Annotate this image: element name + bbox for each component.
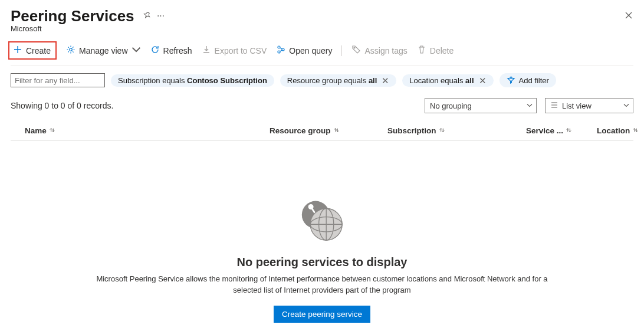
- open-query-button[interactable]: Open query: [276, 45, 332, 56]
- filter-pill-resource-group[interactable]: Resource group equals all ✕: [280, 74, 397, 87]
- assign-tags-button: Assign tags: [351, 45, 407, 56]
- trash-icon: [417, 45, 426, 56]
- column-subscription[interactable]: Subscription: [387, 126, 526, 135]
- grouping-select[interactable]: No grouping: [425, 98, 537, 113]
- list-icon: [550, 101, 558, 111]
- empty-title: No peering services to display: [11, 255, 633, 269]
- chevron-down-icon: [132, 45, 141, 56]
- svg-point-4: [354, 47, 355, 48]
- sort-icon: [632, 126, 639, 135]
- sort-icon: [439, 126, 445, 135]
- filter-pill-subscription[interactable]: Subscription equals Contoso Subscription: [111, 74, 274, 87]
- gear-icon: [66, 45, 75, 56]
- table-header: Name Resource group Subscription Service…: [11, 122, 633, 140]
- plus-icon: [13, 45, 22, 56]
- create-button[interactable]: Create: [8, 41, 57, 60]
- svg-point-0: [70, 48, 73, 51]
- filter-pill-location[interactable]: Location equals all ✕: [402, 74, 493, 87]
- toolbar: Create Manage view Refresh Export to CSV: [11, 41, 633, 66]
- svg-point-2: [282, 48, 284, 51]
- toolbar-divider: [341, 45, 342, 56]
- view-select[interactable]: List view: [545, 98, 633, 113]
- remove-filter-icon[interactable]: ✕: [479, 76, 487, 85]
- svg-point-3: [278, 51, 280, 53]
- add-filter-button[interactable]: Add filter: [500, 73, 556, 87]
- chevron-down-icon: [623, 101, 629, 110]
- sort-icon: [49, 126, 55, 135]
- delete-button: Delete: [417, 45, 454, 56]
- filter-input[interactable]: [11, 73, 105, 87]
- sort-icon: [566, 126, 572, 135]
- page-title: Peering Services: [11, 7, 134, 25]
- records-count: Showing 0 to 0 of 0 records.: [11, 101, 113, 110]
- column-service[interactable]: Service ...: [526, 126, 597, 135]
- filters-row: Subscription equals Contoso Subscription…: [11, 73, 633, 87]
- sort-icon: [333, 126, 340, 135]
- close-icon[interactable]: [624, 11, 633, 22]
- globe-icon: [11, 194, 633, 248]
- manage-view-button[interactable]: Manage view: [66, 45, 141, 56]
- page-subtitle: Microsoft: [11, 24, 633, 33]
- tag-icon: [351, 45, 361, 56]
- create-peering-service-button[interactable]: Create peering service: [274, 306, 370, 323]
- column-location[interactable]: Location: [597, 126, 644, 135]
- chevron-down-icon: [527, 101, 533, 110]
- download-icon: [202, 45, 211, 56]
- refresh-icon: [150, 45, 160, 56]
- refresh-button[interactable]: Refresh: [150, 45, 192, 56]
- column-name[interactable]: Name: [25, 126, 270, 135]
- empty-state: No peering services to display Microsoft…: [11, 194, 633, 331]
- export-csv-button: Export to CSV: [202, 45, 267, 56]
- svg-point-1: [278, 46, 280, 48]
- more-icon[interactable]: ⋯: [157, 11, 165, 21]
- column-resource-group[interactable]: Resource group: [270, 126, 387, 135]
- query-icon: [276, 45, 285, 56]
- pin-icon[interactable]: [143, 11, 151, 21]
- remove-filter-icon[interactable]: ✕: [382, 76, 389, 85]
- add-filter-icon: [507, 75, 515, 86]
- empty-description: Microsoft Peering Service allows the mon…: [95, 274, 549, 296]
